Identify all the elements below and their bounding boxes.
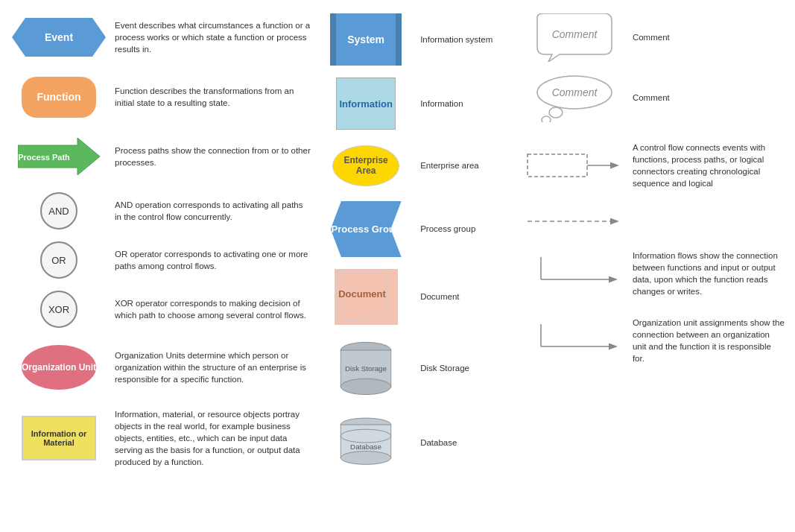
svg-text:Disk Storage: Disk Storage xyxy=(345,364,387,373)
process-group-shape-cell: Process Group xyxy=(317,201,414,257)
dashed-flow-svg xyxy=(526,214,623,229)
control-flow-dashed-box-svg xyxy=(526,153,623,179)
system-shape: System xyxy=(336,13,396,66)
disk-storage-shape-cell: Disk Storage xyxy=(317,338,414,398)
document-row: Document Document xyxy=(314,263,519,331)
xor-label: XOR xyxy=(48,304,69,315)
comment2-row: Comment Comment xyxy=(519,68,788,128)
enterprise-area-shape: Enterprise Area xyxy=(332,145,399,186)
svg-text:Process Path: Process Path xyxy=(18,153,70,162)
info-material-shape-cell: Information or Material xyxy=(10,416,107,460)
control-flow-shape-cell xyxy=(522,153,627,179)
comment1-row: Comment Comment xyxy=(519,7,788,68)
xor-row: XOR XOR operator corresponds to making d… xyxy=(7,285,314,334)
info-flow-desc: Information flows show the connection be… xyxy=(627,250,785,297)
svg-text:Comment: Comment xyxy=(552,86,598,98)
document-shape-cell: Document xyxy=(317,269,414,325)
comment1-shape-cell: Comment xyxy=(522,13,627,62)
process-path-shape: Process Path xyxy=(18,138,100,175)
control-flow-desc: A control flow connects events with func… xyxy=(627,142,785,189)
comment2-shape-cell: Comment xyxy=(522,74,627,122)
column-2: System Information system Information In… xyxy=(314,7,519,480)
event-shape: Event xyxy=(25,18,92,57)
info-flow-shape-cell xyxy=(522,253,627,294)
comment2-shape: Comment xyxy=(530,74,619,122)
system-label: System xyxy=(347,34,384,45)
svg-text:Comment: Comment xyxy=(552,28,598,40)
system-wrapper: System xyxy=(336,13,396,66)
and-desc: AND operation corresponds to activating … xyxy=(107,199,311,223)
enterprise-area-desc: Enterprise area xyxy=(414,159,516,171)
info-material-shape: Information or Material xyxy=(22,416,96,460)
document-desc: Document xyxy=(414,291,516,303)
org-assign-row: Organization unit assignments show the c… xyxy=(519,307,788,374)
process-group-label: Process Group xyxy=(332,224,401,235)
function-desc: Function describes the transformations f… xyxy=(107,85,311,109)
svg-rect-17 xyxy=(528,154,587,177)
enterprise-area-row: Enterprise Area Enterprise area xyxy=(314,136,519,195)
system-row: System Information system xyxy=(314,7,519,72)
or-row: OR OR operator corresponds to activating… xyxy=(7,235,314,285)
svg-point-5 xyxy=(341,379,391,394)
disk-storage-row: Disk Storage Disk Storage xyxy=(314,331,519,405)
process-group-row: Process Group Process group xyxy=(314,195,519,263)
function-shape: Function xyxy=(22,77,96,118)
org-assign-desc: Organization unit assignments show the c… xyxy=(627,317,785,364)
or-label: OR xyxy=(51,255,66,266)
svg-point-14 xyxy=(549,107,563,118)
info-material-label: Information or Material xyxy=(23,429,95,447)
comment2-desc: Comment xyxy=(627,92,785,104)
enterprise-area-shape-cell: Enterprise Area xyxy=(317,145,414,186)
org-unit-label: Organization Unit xyxy=(22,362,96,373)
dashed-flow-row xyxy=(519,203,788,240)
database-shape-cell: Database xyxy=(317,413,414,472)
process-path-shape-cell: Process Path xyxy=(10,138,107,175)
dashed-flow-shape-cell xyxy=(522,214,627,229)
database-desc: Database xyxy=(414,437,516,449)
information-shape: Information xyxy=(336,77,396,130)
xor-shape-cell: XOR xyxy=(10,291,107,328)
info-flow-svg xyxy=(526,253,623,294)
org-unit-row: Organization Unit Organization Units det… xyxy=(7,334,314,401)
org-assign-svg xyxy=(526,320,623,361)
process-path-desc: Process paths show the connection from o… xyxy=(107,145,311,168)
info-flow-row: Information flows show the connection be… xyxy=(519,240,788,307)
database-shape: Database xyxy=(332,413,399,472)
org-unit-shape: Organization Unit xyxy=(22,345,96,390)
comment1-shape: Comment xyxy=(530,13,619,62)
system-shape-cell: System xyxy=(317,13,414,66)
or-shape-cell: OR xyxy=(10,241,107,279)
svg-point-15 xyxy=(542,116,551,122)
control-flow-shapes xyxy=(526,153,623,179)
svg-point-9 xyxy=(341,452,391,465)
column-3: Comment Comment Comment Comment xyxy=(519,7,788,480)
process-path-row: Process Path Process paths show the conn… xyxy=(7,127,314,186)
disk-storage-shape: Disk Storage xyxy=(332,338,399,398)
disk-storage-desc: Disk Storage xyxy=(414,362,516,374)
org-unit-desc: Organization Units determine which perso… xyxy=(107,349,311,385)
database-row: Database Database xyxy=(314,405,519,480)
xor-shape: XOR xyxy=(40,291,77,328)
document-shape: Document xyxy=(335,269,398,325)
org-assign-shape-cell xyxy=(522,320,627,361)
and-shape-cell: AND xyxy=(10,192,107,229)
svg-text:Database: Database xyxy=(350,443,381,451)
and-row: AND AND operation corresponds to activat… xyxy=(7,186,314,235)
and-label: AND xyxy=(48,206,69,217)
info-material-desc: Information, material, or resource objec… xyxy=(107,408,311,468)
system-desc: Information system xyxy=(414,34,516,45)
process-group-shape: Process Group xyxy=(331,201,402,257)
or-shape: OR xyxy=(40,241,77,279)
function-shape-cell: Function xyxy=(10,77,107,118)
event-row: Event Event describes what circumstances… xyxy=(7,7,314,67)
event-desc: Event describes what circumstances a fun… xyxy=(107,19,311,55)
information-row: Information Information xyxy=(314,72,519,136)
info-material-row: Information or Material Information, mat… xyxy=(7,401,314,475)
and-shape: AND xyxy=(40,192,77,229)
event-shape-cell: Event xyxy=(10,18,107,57)
xor-desc: XOR operator corresponds to making decis… xyxy=(107,297,311,321)
information-shape-cell: Information xyxy=(317,77,414,130)
process-group-desc: Process group xyxy=(414,223,516,235)
function-label: Function xyxy=(37,91,80,103)
event-label: Event xyxy=(45,31,73,43)
